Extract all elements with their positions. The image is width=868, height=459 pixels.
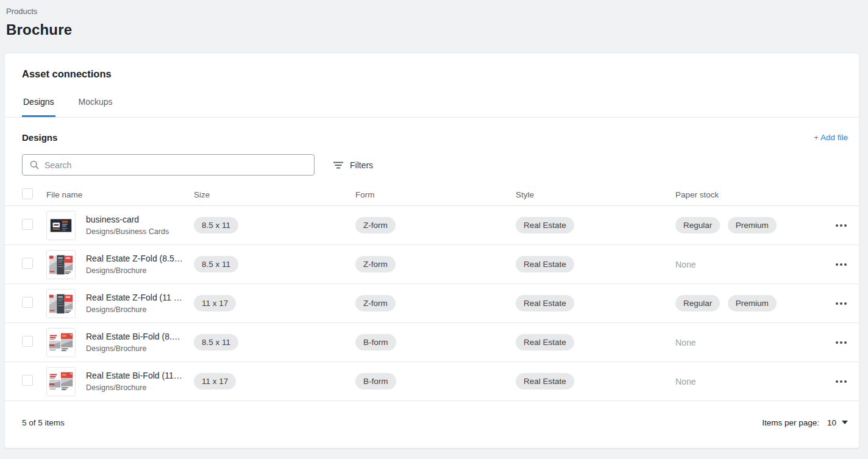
section-header: Designs + Add file: [5, 132, 859, 143]
search-box[interactable]: [22, 154, 315, 176]
add-file-button[interactable]: + Add file: [814, 133, 848, 142]
caret-down-icon: [842, 421, 848, 424]
file-name: business-card: [86, 215, 169, 224]
column-header-style: Style: [516, 190, 675, 199]
row-checkbox[interactable]: [22, 297, 33, 308]
style-badge: Real Estate: [516, 256, 574, 272]
style-badge: Real Estate: [516, 334, 574, 350]
thumbnail-z-fold-brochure: [46, 250, 76, 279]
tab-designs[interactable]: Designs: [22, 94, 55, 117]
file-path: Designs/Business Cards: [86, 227, 169, 236]
size-badge: 8.5 x 11: [194, 334, 238, 350]
size-badge: 8.5 x 11: [194, 217, 238, 233]
page-title: Brochure: [6, 21, 862, 38]
file-name: Real Estate Z-Fold (11 …: [86, 293, 182, 302]
table-row: Real Estate Z-Fold (11 … Designs/Brochur…: [5, 284, 859, 323]
form-badge: Z-form: [355, 217, 396, 233]
file-path: Designs/Brochure: [86, 383, 182, 392]
column-header-paper-stock: Paper stock: [675, 190, 831, 199]
thumbnail-z-fold-brochure: [46, 289, 76, 318]
panel-title: Asset connections: [22, 68, 842, 80]
size-badge: 11 x 17: [194, 373, 236, 390]
column-header-file-name: File name: [46, 190, 194, 199]
column-header-size: Size: [194, 190, 355, 199]
more-actions-button[interactable]: [834, 221, 848, 230]
file-name: Real Estate Bi-Fold (8.…: [86, 332, 180, 341]
table-row: Real Estate Bi-Fold (8.… Designs/Brochur…: [5, 323, 859, 362]
thumbnail-business-card: [46, 211, 76, 240]
row-checkbox[interactable]: [22, 219, 33, 230]
more-actions-button[interactable]: [834, 338, 848, 347]
section-title: Designs: [22, 132, 57, 143]
items-per-page-value: 10: [827, 418, 836, 427]
file-path: Designs/Brochure: [86, 305, 182, 314]
filters-label: Filters: [350, 160, 373, 170]
file-path: Designs/Brochure: [86, 344, 180, 353]
filters-button[interactable]: Filters: [333, 160, 373, 170]
card-header: Asset connections Designs Mockups: [5, 54, 859, 118]
paper-stock-badge: Regular: [675, 295, 720, 311]
filter-lines-icon: [333, 162, 343, 169]
paper-stock-badge: Premium: [728, 217, 777, 233]
table-row: business-card Designs/Business Cards 8.5…: [5, 206, 859, 245]
size-badge: 8.5 x 11: [194, 256, 238, 272]
row-checkbox[interactable]: [22, 258, 33, 269]
paper-stock-none: None: [675, 377, 695, 386]
form-badge: Z-form: [355, 256, 396, 272]
tab-mockups[interactable]: Mockups: [77, 94, 114, 117]
row-checkbox[interactable]: [22, 375, 33, 386]
size-badge: 11 x 17: [194, 295, 236, 311]
select-all-checkbox[interactable]: [22, 188, 33, 199]
items-count: 5 of 5 items: [22, 418, 65, 427]
file-name: Real Estate Bi-Fold (11…: [86, 371, 182, 380]
paper-stock-none: None: [675, 338, 695, 347]
toolbar: Filters: [5, 154, 859, 176]
search-icon: [30, 160, 39, 169]
thumbnail-bi-fold-brochure: [46, 367, 76, 396]
paper-stock-badge: Regular: [675, 217, 720, 233]
file-name: Real Estate Z-Fold (8.5…: [86, 254, 183, 263]
column-header-form: Form: [355, 190, 516, 199]
tab-bar: Designs Mockups: [22, 94, 842, 117]
more-actions-button[interactable]: [834, 377, 848, 386]
table-row: Real Estate Z-Fold (8.5… Designs/Brochur…: [5, 245, 859, 284]
table-header-row: File name Size Form Style Paper stock: [5, 183, 859, 206]
more-actions-button[interactable]: [834, 260, 848, 269]
row-checkbox[interactable]: [22, 336, 33, 347]
items-per-page-label: Items per page:: [762, 418, 819, 427]
thumbnail-bi-fold-brochure: [46, 328, 76, 357]
form-badge: B-form: [355, 334, 396, 350]
table-footer: 5 of 5 items Items per page: 10: [5, 401, 859, 444]
style-badge: Real Estate: [516, 373, 574, 390]
style-badge: Real Estate: [516, 217, 574, 233]
paper-stock-none: None: [675, 260, 695, 269]
asset-connections-card: Asset connections Designs Mockups Design…: [5, 54, 859, 448]
form-badge: B-form: [355, 373, 396, 390]
top-bar: Products Brochure: [0, 0, 868, 38]
breadcrumb[interactable]: Products: [6, 7, 862, 16]
paper-stock-badge: Premium: [728, 295, 777, 311]
more-actions-button[interactable]: [834, 299, 848, 308]
form-badge: Z-form: [355, 295, 396, 311]
file-path: Designs/Brochure: [86, 266, 183, 275]
style-badge: Real Estate: [516, 295, 574, 311]
items-per-page-dropdown[interactable]: Items per page: 10: [762, 418, 848, 427]
search-input[interactable]: [44, 160, 307, 170]
table-row: Real Estate Bi-Fold (11… Designs/Brochur…: [5, 362, 859, 401]
